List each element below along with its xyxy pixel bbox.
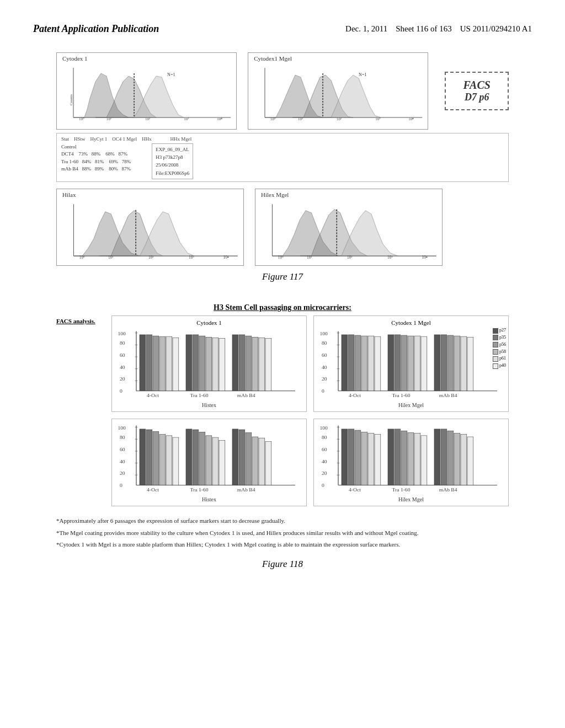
svg-rect-140 (232, 429, 238, 485)
svg-rect-98 (368, 336, 374, 391)
svg-rect-103 (408, 336, 414, 391)
svg-text:10³: 10³ (387, 255, 393, 259)
svg-rect-106 (434, 335, 440, 391)
flow-plot-hilex-mgel-title: Hilex Mgel (261, 191, 289, 198)
svg-text:N=1: N=1 (359, 72, 366, 77)
svg-rect-138 (212, 437, 218, 485)
svg-rect-143 (252, 437, 258, 485)
svg-rect-108 (447, 335, 454, 391)
svg-rect-136 (199, 432, 205, 485)
page: Patent Application Publication Dec. 1, 2… (0, 0, 565, 728)
svg-rect-107 (441, 335, 447, 391)
svg-rect-72 (232, 335, 238, 391)
bar-chart-panel-2: Cytodex 1 Mgel 0 20 40 60 80 100 (313, 315, 509, 412)
svg-text:mAb B4: mAb B4 (237, 487, 255, 492)
svg-rect-145 (265, 442, 271, 485)
svg-text:Counts: Counts (69, 94, 73, 105)
svg-rect-171 (408, 433, 414, 485)
svg-rect-64 (166, 336, 172, 391)
flow-plot-cytodex1-mgel: Cytodex1 Mgel 10⁰ 10¹ 10² 10³ 10⁴ N=1 (248, 52, 428, 130)
svg-text:10³: 10³ (189, 255, 194, 259)
svg-text:mAb B4: mAb B4 (439, 393, 457, 398)
svg-text:20: 20 (120, 471, 125, 476)
svg-text:60: 60 (322, 353, 327, 358)
svg-text:10¹: 10¹ (307, 255, 312, 259)
svg-text:20: 20 (322, 377, 327, 382)
svg-text:10⁰: 10⁰ (278, 255, 284, 259)
svg-text:20: 20 (120, 377, 125, 382)
bar-chart-legend: p27 p35 p56 p58 p61 p40 (493, 327, 506, 370)
svg-rect-131 (159, 435, 166, 485)
figure-118-caption: Figure 118 (33, 559, 532, 570)
svg-text:10⁰: 10⁰ (79, 117, 84, 120)
svg-rect-97 (361, 336, 367, 391)
fig117-legend: Stat HStw HyCyt 1 OC4 1 Mgel HHx HHx Mge… (56, 133, 509, 182)
svg-rect-100 (388, 335, 394, 391)
fig117-top-row: Cytodex 1 10⁰ 10¹ 10² 10³ 10⁴ (56, 52, 509, 130)
svg-text:60: 60 (322, 447, 327, 452)
svg-text:10⁰: 10⁰ (79, 255, 85, 259)
svg-rect-111 (467, 338, 473, 392)
notes-section: *Approximately after 6 passages the expr… (56, 516, 509, 550)
figure-117-caption: Figure 117 (33, 271, 532, 282)
svg-rect-96 (355, 335, 361, 391)
svg-rect-94 (342, 335, 348, 391)
flow-plot-hilex-mgel: Hilex Mgel 10⁰ 10¹ 10² 10³ 10⁴ (255, 189, 443, 266)
svg-text:100: 100 (118, 426, 126, 431)
svg-text:10²: 10² (145, 117, 150, 120)
svg-rect-168 (388, 429, 394, 485)
svg-text:80: 80 (120, 341, 125, 346)
svg-rect-65 (173, 338, 179, 391)
svg-text:4-Oct: 4-Oct (349, 393, 361, 398)
svg-rect-104 (414, 336, 420, 391)
svg-text:80: 80 (120, 435, 125, 440)
svg-rect-69 (206, 338, 212, 392)
svg-rect-142 (246, 433, 252, 485)
svg-rect-70 (212, 338, 218, 391)
svg-text:10³: 10³ (184, 117, 189, 120)
svg-rect-176 (447, 431, 454, 485)
svg-text:40: 40 (322, 459, 327, 464)
svg-text:60: 60 (120, 353, 125, 358)
svg-text:mAb B4: mAb B4 (237, 393, 255, 398)
svg-rect-135 (193, 430, 199, 485)
svg-text:0: 0 (120, 389, 122, 394)
svg-rect-179 (467, 437, 473, 485)
svg-rect-172 (414, 433, 420, 485)
sheet-info: Sheet 116 of 163 (396, 24, 452, 33)
facs-label-box: FACS D7 p6 (445, 72, 509, 110)
svg-text:10⁴: 10⁴ (223, 255, 229, 259)
svg-rect-67 (193, 335, 199, 391)
svg-text:80: 80 (322, 341, 327, 346)
svg-text:40: 40 (120, 459, 125, 464)
svg-rect-129 (146, 430, 152, 485)
svg-text:Tra 1-60: Tra 1-60 (392, 487, 411, 492)
svg-rect-169 (395, 429, 401, 485)
svg-rect-164 (355, 430, 361, 485)
svg-text:10⁴: 10⁴ (422, 255, 428, 259)
svg-rect-137 (206, 436, 212, 485)
svg-rect-61 (146, 335, 152, 391)
flow-plot-cytodex1-mgel-title: Cytodex1 Mgel (254, 55, 292, 62)
flow-plot-hilax-title: Hilax (62, 191, 76, 198)
flow-plot-hilax: Hilax 10⁰ 10¹ 10² 10³ 10⁴ (56, 189, 244, 266)
svg-text:10¹: 10¹ (106, 117, 111, 120)
svg-rect-141 (239, 430, 245, 485)
svg-rect-130 (153, 432, 159, 486)
figure-117-container: Cytodex 1 10⁰ 10¹ 10² 10³ 10⁴ (56, 52, 509, 266)
note-1: *Approximately after 6 passages the expr… (56, 516, 509, 526)
svg-rect-178 (461, 435, 467, 485)
svg-rect-165 (361, 432, 367, 485)
svg-rect-71 (219, 339, 225, 391)
svg-text:10⁴: 10⁴ (408, 117, 414, 120)
svg-rect-105 (421, 336, 427, 391)
svg-text:4-Oct: 4-Oct (147, 393, 159, 398)
svg-text:0: 0 (120, 483, 122, 488)
svg-text:mAb B4: mAb B4 (439, 487, 457, 492)
svg-text:Tra 1-60: Tra 1-60 (190, 487, 209, 492)
svg-text:10²: 10² (148, 255, 154, 259)
svg-text:40: 40 (120, 365, 125, 370)
svg-rect-99 (375, 336, 381, 391)
svg-text:10¹: 10¹ (298, 117, 303, 120)
svg-text:40: 40 (322, 365, 327, 370)
